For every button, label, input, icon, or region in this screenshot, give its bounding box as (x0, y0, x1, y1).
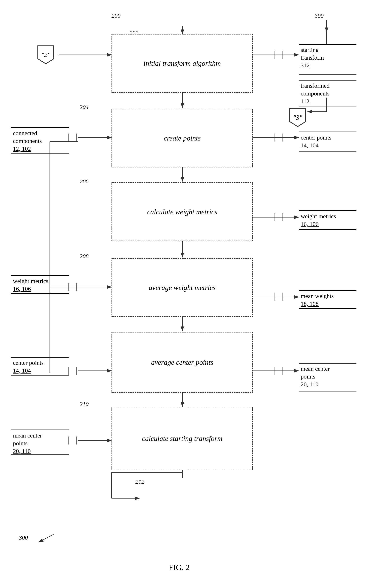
starting-transform-line-top (299, 44, 357, 45)
weight-metrics-right-line-bottom (299, 229, 357, 230)
center-points-right-label: center points14, 104 (301, 134, 331, 149)
ref-210: 210 (80, 401, 89, 407)
center-points-right-line-bottom (299, 151, 357, 152)
mean-center-points-right-label: mean centerpoints20, 110 (301, 365, 330, 388)
average-weight-label: average weight metrics (149, 283, 216, 292)
mean-weights-label: mean weights18, 108 (301, 292, 334, 308)
calculate-weight-box: calculate weight metrics (112, 182, 253, 241)
average-center-label: average center points (151, 358, 213, 366)
figure-label: FIG. 2 (149, 563, 209, 572)
center-points-left-line-top (11, 357, 69, 358)
mean-center-right-line-top (299, 363, 357, 364)
mean-center-left-line-bottom (11, 454, 69, 455)
mean-weights-line-top (299, 290, 357, 291)
ref-208: 208 (80, 253, 89, 259)
ref-300-top: 300 (315, 12, 323, 19)
transformed-line-top (299, 80, 357, 80)
diagram-container: 200 300 202 initial transform algorithm … (0, 0, 365, 588)
calculate-starting-label: calculate starting transform (142, 434, 222, 443)
ref-204: 204 (80, 104, 89, 110)
weight-metrics-left-line-top (11, 275, 69, 276)
shield-2-label: "2" (41, 51, 50, 59)
mean-center-points-left-label: mean centerpoints20, 110 (13, 431, 42, 455)
starting-transform-label: startingtransform312 (301, 46, 324, 69)
average-weight-box: average weight metrics (112, 258, 253, 317)
transformed-line-bottom (299, 106, 357, 107)
ref-206: 206 (80, 178, 89, 185)
starting-transform-line-bottom (299, 74, 357, 75)
ref-300-bottom: 300 (19, 534, 28, 541)
initial-transform-box: initial transform algorithm (112, 34, 253, 93)
calculate-starting-box: calculate starting transform (112, 407, 253, 470)
weight-metrics-left-line-bottom (11, 293, 69, 294)
center-points-left-line-bottom (11, 375, 69, 375)
calculate-weight-label: calculate weight metrics (147, 208, 217, 216)
mean-weights-line-bottom (299, 308, 357, 309)
shield-2: "2" (37, 45, 55, 65)
connected-line-top (11, 127, 69, 128)
weight-metrics-right-label: weight metrics16, 106 (301, 212, 336, 228)
connected-components-label: connectedcomponents12, 102 (13, 129, 42, 152)
mean-center-left-line-top (11, 430, 69, 430)
ref-200: 200 (112, 12, 120, 19)
ref-212: 212 (135, 478, 144, 485)
center-points-right-line-top (299, 132, 357, 132)
weight-metrics-left-label: weight metrics16, 106 (13, 277, 48, 293)
shield-3-label: "3" (293, 114, 302, 121)
initial-transform-label: initial transform algorithm (144, 59, 221, 68)
center-points-left-label: center points14, 104 (13, 359, 44, 374)
average-center-box: average center points (112, 332, 253, 393)
mean-center-right-line-bottom (299, 391, 357, 391)
weight-metrics-right-line-top (299, 210, 357, 211)
create-points-label: create points (164, 134, 201, 142)
transformed-components-label: transformedcomponents112 (301, 82, 330, 105)
create-points-box: create points (112, 109, 253, 167)
connected-line-bottom (11, 153, 69, 154)
shield-3: "3" (289, 108, 307, 128)
